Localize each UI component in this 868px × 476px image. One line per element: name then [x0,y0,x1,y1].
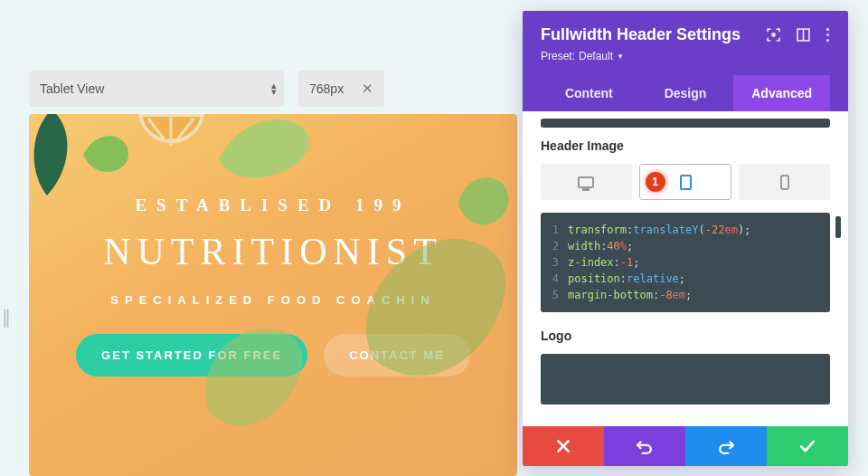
viewport-mode-label: Tablet View [40,81,104,96]
viewport-width-input[interactable]: 768px ✕ [298,71,384,107]
panel-title: Fullwidth Header Settings [541,25,767,44]
kebab-menu-icon[interactable] [826,25,830,44]
svg-point-0 [772,33,775,36]
orange-slice-icon [137,114,205,159]
device-tablet-button[interactable]: 1 [639,164,732,200]
preview-canvas: ESTABLISED 199 NUTRITIONIST SPECIALIZED … [29,114,517,476]
device-phone-button[interactable] [739,164,830,200]
settings-panel: Fullwidth Header Settings Preset: Defaul… [523,11,848,466]
hero: ESTABLISED 199 NUTRITIONIST SPECIALIZED … [29,114,517,476]
hero-established: ESTABLISED 199 [135,195,410,215]
redo-button[interactable] [685,426,767,466]
leaf-decor-icon [196,304,314,440]
collapsed-code-block[interactable] [541,119,830,128]
panel-layout-icon[interactable] [797,28,810,42]
code-line: 1 transform:translateY(-22em); [548,222,823,238]
code-line: 2 width:40%; [548,238,823,254]
leaf-decor-icon [354,214,517,395]
tab-advanced[interactable]: Advanced [733,75,830,111]
undo-button[interactable] [604,426,685,466]
chevron-down-icon: ▼ [617,52,624,61]
leaf-decor-icon [79,123,133,186]
preset-select[interactable]: Preset: Default ▼ [541,50,830,62]
focus-frame-icon[interactable] [767,28,780,42]
desktop-icon [578,176,594,188]
css-code-editor[interactable]: 1 transform:translateY(-22em); 2 width:4… [541,213,830,312]
phone-icon [780,175,789,190]
cancel-button[interactable] [523,426,604,466]
viewport-mode-select[interactable]: Tablet View ▴▾ [29,71,284,107]
code-line: 3 z-index:-1; [548,254,823,271]
select-caret-icon: ▴▾ [271,82,275,94]
step-badge: 1 [646,172,665,192]
leaf-decor-icon [29,114,83,205]
leaf-decor-icon [210,114,318,186]
device-desktop-button[interactable] [541,164,632,200]
viewport-width-value: 768px [309,81,344,96]
section-logo-label: Logo [541,328,830,343]
code-line: 5 margin-bottom:-8em; [548,287,823,303]
resize-handle-left[interactable]: ‖ [2,306,11,328]
preset-value: Default [579,50,613,62]
confirm-button[interactable] [767,426,848,466]
clear-width-icon[interactable]: ✕ [362,81,373,97]
code-line: 4 position:relative; [548,271,823,287]
tab-content[interactable]: Content [541,75,637,111]
panel-header: Fullwidth Header Settings Preset: Defaul… [523,11,848,111]
leaf-decor-icon [454,168,517,241]
resize-handle-icon[interactable] [835,216,841,238]
tab-design[interactable]: Design [637,75,734,111]
logo-code-editor[interactable] [541,354,830,405]
section-header-image-label: Header Image [541,138,830,153]
preset-prefix: Preset: [541,50,575,62]
tablet-icon [680,175,692,190]
